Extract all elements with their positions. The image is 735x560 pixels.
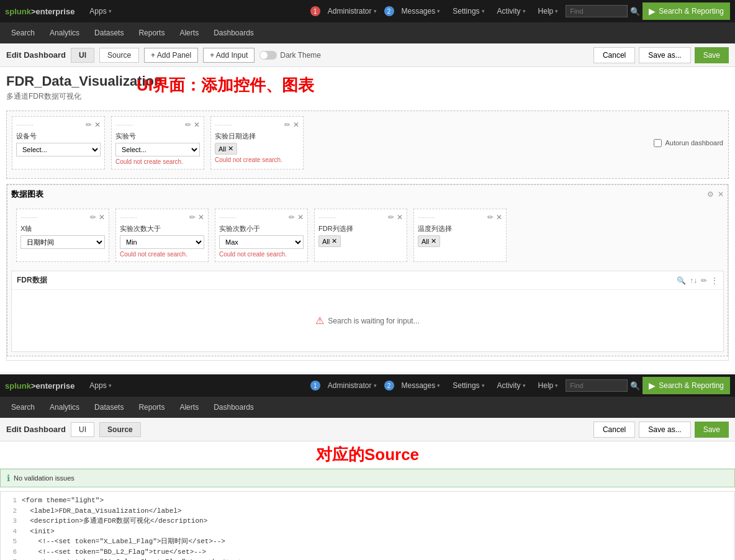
edit-xaxis-icon[interactable]: ✏ — [90, 213, 96, 222]
edit-fdrcol-icon[interactable]: ✏ — [388, 213, 394, 222]
messages-chevron-icon-2: ▾ — [437, 382, 440, 389]
input-exp: ·········· ✏ ✕ 实验号 Select... Could not c… — [111, 116, 204, 169]
activity-menu[interactable]: Activity ▾ — [492, 4, 531, 18]
apps-menu[interactable]: Apps ▾ — [84, 4, 116, 18]
messages-menu[interactable]: Messages ▾ — [397, 4, 446, 18]
device-select[interactable]: Select... — [16, 143, 101, 156]
administrator-menu[interactable]: Administrator ▾ — [323, 4, 382, 18]
exp-label: 实验号 — [115, 132, 200, 141]
autorun-container: Autorun dashboard — [654, 139, 723, 147]
nav-alerts-2[interactable]: Alerts — [173, 399, 205, 415]
code-editor[interactable]: 1<form theme="light">2 <label>FDR_Data_V… — [0, 491, 735, 560]
nav-datasets[interactable]: Datasets — [88, 25, 130, 41]
tab-source-button-2[interactable]: Source — [99, 422, 141, 437]
code-line: 7 <!--<set token="CA_ColumnChart_Flag">t… — [4, 557, 731, 560]
administrator-menu-2[interactable]: Administrator ▾ — [323, 379, 382, 392]
close-expgt-icon[interactable]: ✕ — [198, 213, 204, 222]
search-reporting-button-2[interactable]: ▶ Search & Reporting — [643, 377, 730, 394]
save-button-2[interactable]: Save — [695, 422, 729, 438]
nav-analytics[interactable]: Analytics — [43, 25, 86, 41]
close-date-icon[interactable]: ✕ — [293, 120, 299, 129]
line-number: 7 — [4, 557, 17, 560]
messages-badge: 2 — [384, 6, 394, 16]
tab-ui-button[interactable]: UI — [71, 48, 94, 63]
add-panel-button[interactable]: + Add Panel — [144, 48, 198, 63]
drag-handle-date-icon: ·········· — [215, 122, 282, 129]
save-as-button-2[interactable]: Save as... — [639, 422, 690, 438]
search-reporting-button[interactable]: ▶ Search & Reporting — [643, 2, 730, 20]
nav-search[interactable]: Search — [5, 25, 41, 41]
tempcol-tag: All ✕ — [418, 235, 440, 247]
settings-menu-2[interactable]: Settings ▾ — [448, 379, 489, 392]
warning-icon: ⚠ — [315, 315, 324, 327]
edit-panel-icon[interactable]: ✏ — [701, 276, 707, 285]
help-menu-2[interactable]: Help ▾ — [533, 379, 564, 392]
edit-bar-actions: Cancel Save as... Save — [593, 47, 729, 63]
fdrcol-tag-container: All ✕ — [318, 235, 403, 247]
add-input-button[interactable]: + Add Input — [203, 48, 255, 63]
nav-alerts[interactable]: Alerts — [173, 25, 205, 41]
validation-message: ℹ No validation issues — [0, 469, 735, 487]
remove-fdrcol-tag-icon[interactable]: ✕ — [331, 237, 337, 245]
explt-select[interactable]: Max — [219, 235, 304, 249]
nav-search-2[interactable]: Search — [5, 399, 41, 415]
line-content: <form theme="light"> — [22, 495, 104, 506]
apps-menu-2[interactable]: Apps ▾ — [84, 379, 116, 392]
tab-ui-button-2[interactable]: UI — [71, 422, 94, 437]
close-xaxis-icon[interactable]: ✕ — [99, 213, 105, 222]
expgt-select[interactable]: Min — [120, 235, 204, 249]
input-exp-lt: ·········· ✏ ✕ 实验次数小于 Max Could not crea… — [215, 209, 308, 262]
search-panel-icon[interactable]: 🔍 — [677, 276, 686, 285]
more-panel-icon[interactable]: ⋮ — [711, 276, 718, 285]
line-content: <label>FDR_Data_Visualization</label> — [22, 506, 181, 517]
edit-tempcol-icon[interactable]: ✏ — [487, 213, 494, 222]
xaxis-label: X轴 — [20, 224, 105, 233]
refresh-panel-icon[interactable]: ↑↓ — [690, 276, 697, 285]
nav-reports[interactable]: Reports — [132, 25, 171, 41]
input-device-header: ·········· ✏ ✕ — [16, 120, 101, 129]
chart-inputs-row: ·········· ✏ ✕ X轴 日期时间 ·········· — [11, 204, 724, 267]
find-input-2[interactable] — [566, 379, 628, 392]
splunk-logo: splunk>enterprise — [5, 7, 74, 16]
dark-theme-toggle[interactable]: Dark Theme — [259, 51, 321, 60]
close-input-icon[interactable]: ✕ — [94, 120, 101, 129]
dark-theme-switch[interactable] — [259, 51, 277, 60]
gear-icon[interactable]: ⚙ — [707, 190, 714, 199]
nav-dashboards-2[interactable]: Dashboards — [207, 399, 260, 415]
edit-exp-icon[interactable]: ✏ — [185, 120, 191, 129]
cancel-button-2[interactable]: Cancel — [593, 422, 635, 438]
nav-dashboards[interactable]: Dashboards — [207, 25, 260, 41]
autorun-checkbox[interactable] — [654, 139, 662, 147]
nav-reports-2[interactable]: Reports — [132, 399, 171, 415]
edit-bar-1: Edit Dashboard UI Source + Add Panel + A… — [0, 43, 735, 67]
admin-badge: 1 — [310, 6, 320, 16]
find-input[interactable] — [566, 5, 628, 17]
tab-source-button[interactable]: Source — [99, 48, 139, 63]
edit-input-icon[interactable]: ✏ — [86, 120, 92, 129]
remove-date-tag-icon[interactable]: ✕ — [228, 145, 233, 153]
close-fdrcol-icon[interactable]: ✕ — [397, 213, 403, 222]
save-as-button-1[interactable]: Save as... — [639, 47, 690, 63]
settings-menu[interactable]: Settings ▾ — [448, 4, 489, 18]
messages-menu-2[interactable]: Messages ▾ — [397, 379, 446, 392]
close-chart-row-icon[interactable]: ✕ — [718, 190, 724, 199]
close-tempcol-icon[interactable]: ✕ — [496, 213, 502, 222]
activity-menu-2[interactable]: Activity ▾ — [492, 379, 531, 392]
cancel-button-1[interactable]: Cancel — [593, 47, 635, 63]
edit-date-icon[interactable]: ✏ — [284, 120, 291, 129]
nav-datasets-2[interactable]: Datasets — [88, 399, 130, 415]
close-exp-icon[interactable]: ✕ — [194, 120, 200, 129]
code-line: 4 <init> — [4, 526, 731, 537]
close-explt-icon[interactable]: ✕ — [297, 213, 304, 222]
exp-select[interactable]: Select... — [115, 143, 200, 156]
edit-explt-icon[interactable]: ✏ — [289, 213, 295, 222]
remove-tempcol-tag-icon[interactable]: ✕ — [431, 237, 436, 245]
help-chevron-icon-2: ▾ — [555, 382, 558, 389]
help-menu[interactable]: Help ▾ — [533, 4, 564, 18]
xaxis-select[interactable]: 日期时间 — [20, 235, 105, 249]
save-button-1[interactable]: Save — [695, 47, 729, 63]
edit-expgt-icon[interactable]: ✏ — [189, 213, 196, 222]
nav-analytics-2[interactable]: Analytics — [43, 399, 86, 415]
date-tag-container: All ✕ — [215, 143, 299, 155]
input-device: ·········· ✏ ✕ 设备号 Select... — [12, 116, 105, 169]
